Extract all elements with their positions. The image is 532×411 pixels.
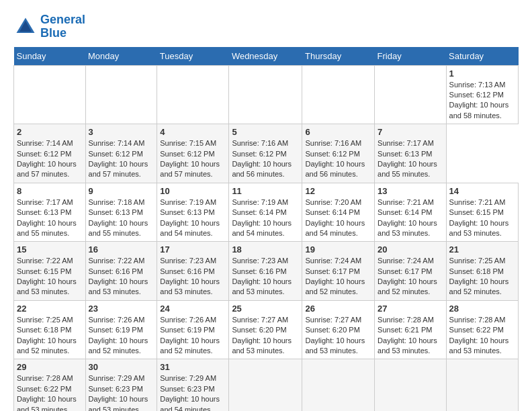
day-number: 26 <box>305 304 371 314</box>
calendar-cell <box>446 359 518 411</box>
day-info: Sunrise: 7:16 AMSunset: 6:12 PMDaylight:… <box>305 138 371 180</box>
day-number: 29 <box>17 362 83 372</box>
day-number: 3 <box>89 127 154 137</box>
logo-text: General Blue <box>40 13 85 40</box>
calendar-cell: 3Sunrise: 7:14 AMSunset: 6:12 PMDaylight… <box>85 124 157 183</box>
day-number: 2 <box>17 127 83 137</box>
calendar-cell: 7Sunrise: 7:17 AMSunset: 6:13 PMDaylight… <box>375 124 447 183</box>
day-info: Sunrise: 7:20 AMSunset: 6:14 PMDaylight:… <box>305 197 371 239</box>
calendar-cell: 21Sunrise: 7:25 AMSunset: 6:18 PMDayligh… <box>446 242 518 301</box>
day-number: 19 <box>305 244 371 255</box>
calendar-week-5: 29Sunrise: 7:28 AMSunset: 6:22 PMDayligh… <box>14 359 519 411</box>
dow-header-tuesday: Tuesday <box>157 47 229 66</box>
day-info: Sunrise: 7:13 AMSunset: 6:12 PMDaylight:… <box>449 80 515 122</box>
day-info: Sunrise: 7:28 AMSunset: 6:21 PMDaylight:… <box>378 315 443 357</box>
calendar-cell: 8Sunrise: 7:17 AMSunset: 6:13 PMDaylight… <box>14 183 86 242</box>
day-number: 24 <box>160 304 226 314</box>
day-info: Sunrise: 7:23 AMSunset: 6:16 PMDaylight:… <box>160 256 226 298</box>
day-info: Sunrise: 7:28 AMSunset: 6:22 PMDaylight:… <box>17 373 83 411</box>
dow-header-saturday: Saturday <box>446 47 518 66</box>
day-number: 18 <box>232 244 299 255</box>
day-number: 30 <box>89 362 154 372</box>
day-number: 5 <box>232 127 299 137</box>
calendar-cell: 2Sunrise: 7:14 AMSunset: 6:12 PMDaylight… <box>14 124 86 183</box>
day-number: 28 <box>449 304 515 314</box>
day-number: 17 <box>160 244 226 255</box>
calendar-cell <box>229 65 302 124</box>
calendar-cell <box>85 65 157 124</box>
dow-header-wednesday: Wednesday <box>229 47 302 66</box>
day-info: Sunrise: 7:14 AMSunset: 6:12 PMDaylight:… <box>89 138 154 180</box>
day-number: 14 <box>449 186 515 196</box>
day-number: 9 <box>89 186 154 196</box>
day-info: Sunrise: 7:24 AMSunset: 6:17 PMDaylight:… <box>378 256 443 298</box>
day-info: Sunrise: 7:17 AMSunset: 6:13 PMDaylight:… <box>378 138 443 180</box>
day-info: Sunrise: 7:25 AMSunset: 6:18 PMDaylight:… <box>449 256 515 298</box>
calendar-cell: 15Sunrise: 7:22 AMSunset: 6:15 PMDayligh… <box>14 242 86 301</box>
day-info: Sunrise: 7:26 AMSunset: 6:19 PMDaylight:… <box>160 315 226 357</box>
day-number: 4 <box>160 127 226 137</box>
day-info: Sunrise: 7:26 AMSunset: 6:19 PMDaylight:… <box>89 315 154 357</box>
day-info: Sunrise: 7:17 AMSunset: 6:13 PMDaylight:… <box>17 197 83 239</box>
day-info: Sunrise: 7:27 AMSunset: 6:20 PMDaylight:… <box>305 315 371 357</box>
calendar-cell: 26Sunrise: 7:27 AMSunset: 6:20 PMDayligh… <box>302 300 375 359</box>
calendar-cell: 18Sunrise: 7:23 AMSunset: 6:16 PMDayligh… <box>229 242 302 301</box>
day-number: 25 <box>232 304 299 314</box>
calendar-cell: 9Sunrise: 7:18 AMSunset: 6:13 PMDaylight… <box>85 183 157 242</box>
day-info: Sunrise: 7:28 AMSunset: 6:22 PMDaylight:… <box>449 315 515 357</box>
day-number: 21 <box>449 244 515 255</box>
calendar-cell <box>229 359 302 411</box>
calendar-cell <box>375 359 447 411</box>
calendar-cell: 6Sunrise: 7:16 AMSunset: 6:12 PMDaylight… <box>302 124 375 183</box>
day-number: 23 <box>89 304 154 314</box>
day-info: Sunrise: 7:27 AMSunset: 6:20 PMDaylight:… <box>232 315 299 357</box>
calendar-week-1: 2Sunrise: 7:14 AMSunset: 6:12 PMDaylight… <box>14 124 519 183</box>
day-info: Sunrise: 7:21 AMSunset: 6:14 PMDaylight:… <box>378 197 443 239</box>
day-info: Sunrise: 7:19 AMSunset: 6:13 PMDaylight:… <box>160 197 226 239</box>
dow-header-friday: Friday <box>375 47 447 66</box>
day-number: 6 <box>305 127 371 137</box>
day-number: 12 <box>305 186 371 196</box>
dow-header-sunday: Sunday <box>14 47 86 66</box>
calendar-cell: 16Sunrise: 7:22 AMSunset: 6:16 PMDayligh… <box>85 242 157 301</box>
calendar-cell: 14Sunrise: 7:21 AMSunset: 6:15 PMDayligh… <box>446 183 518 242</box>
calendar-week-4: 22Sunrise: 7:25 AMSunset: 6:18 PMDayligh… <box>14 300 519 359</box>
day-number: 15 <box>17 244 83 255</box>
day-number: 1 <box>449 68 515 79</box>
calendar-cell: 22Sunrise: 7:25 AMSunset: 6:18 PMDayligh… <box>14 300 86 359</box>
day-info: Sunrise: 7:23 AMSunset: 6:16 PMDaylight:… <box>232 256 299 298</box>
day-number: 27 <box>378 304 443 314</box>
calendar-cell: 12Sunrise: 7:20 AMSunset: 6:14 PMDayligh… <box>302 183 375 242</box>
calendar-cell: 1Sunrise: 7:13 AMSunset: 6:12 PMDaylight… <box>446 65 518 124</box>
calendar-cell: 30Sunrise: 7:29 AMSunset: 6:23 PMDayligh… <box>85 359 157 411</box>
calendar-cell: 29Sunrise: 7:28 AMSunset: 6:22 PMDayligh… <box>14 359 86 411</box>
day-info: Sunrise: 7:22 AMSunset: 6:15 PMDaylight:… <box>17 256 83 298</box>
day-number: 31 <box>160 362 226 372</box>
calendar-cell: 11Sunrise: 7:19 AMSunset: 6:14 PMDayligh… <box>229 183 302 242</box>
page-header: General Blue <box>13 13 519 40</box>
day-info: Sunrise: 7:16 AMSunset: 6:12 PMDaylight:… <box>232 138 299 180</box>
day-number: 16 <box>89 244 154 255</box>
calendar-cell: 19Sunrise: 7:24 AMSunset: 6:17 PMDayligh… <box>302 242 375 301</box>
calendar-cell <box>375 65 447 124</box>
dow-header-monday: Monday <box>85 47 157 66</box>
calendar-cell: 23Sunrise: 7:26 AMSunset: 6:19 PMDayligh… <box>85 300 157 359</box>
day-info: Sunrise: 7:25 AMSunset: 6:18 PMDaylight:… <box>17 315 83 357</box>
calendar-week-0: 1Sunrise: 7:13 AMSunset: 6:12 PMDaylight… <box>14 65 519 124</box>
calendar-cell <box>14 65 86 124</box>
day-info: Sunrise: 7:22 AMSunset: 6:16 PMDaylight:… <box>89 256 154 298</box>
calendar-cell: 20Sunrise: 7:24 AMSunset: 6:17 PMDayligh… <box>375 242 447 301</box>
logo: General Blue <box>13 13 85 40</box>
calendar-cell <box>302 65 375 124</box>
dow-header-thursday: Thursday <box>302 47 375 66</box>
day-info: Sunrise: 7:29 AMSunset: 6:23 PMDaylight:… <box>160 373 226 411</box>
calendar-cell: 13Sunrise: 7:21 AMSunset: 6:14 PMDayligh… <box>375 183 447 242</box>
calendar-table: SundayMondayTuesdayWednesdayThursdayFrid… <box>13 47 519 411</box>
calendar-cell <box>157 65 229 124</box>
calendar-cell: 10Sunrise: 7:19 AMSunset: 6:13 PMDayligh… <box>157 183 229 242</box>
calendar-cell: 25Sunrise: 7:27 AMSunset: 6:20 PMDayligh… <box>229 300 302 359</box>
calendar-cell: 4Sunrise: 7:15 AMSunset: 6:12 PMDaylight… <box>157 124 229 183</box>
day-number: 20 <box>378 244 443 255</box>
calendar-cell: 28Sunrise: 7:28 AMSunset: 6:22 PMDayligh… <box>446 300 518 359</box>
calendar-cell: 5Sunrise: 7:16 AMSunset: 6:12 PMDaylight… <box>229 124 302 183</box>
